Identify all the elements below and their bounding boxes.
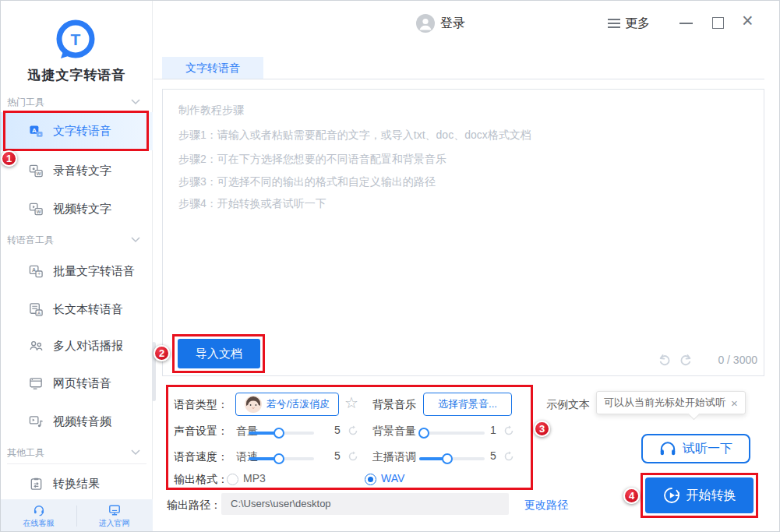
volume-value: 5: [334, 424, 341, 436]
speech-speed-label: 语音速度：: [174, 450, 228, 464]
app-logo-icon: T: [53, 19, 98, 65]
voice-avatar: [245, 396, 262, 413]
import-document-button[interactable]: 导入文档: [178, 339, 260, 368]
volume-slider[interactable]: [249, 428, 314, 439]
close-button[interactable]: ×: [742, 11, 754, 30]
tab-text-to-speech[interactable]: 文字转语音: [162, 57, 263, 79]
svg-text:A: A: [32, 127, 37, 134]
redo-icon[interactable]: [679, 353, 693, 370]
headphones-icon: [659, 441, 676, 456]
sidebar-item-conversion-results[interactable]: 转换结果: [1, 468, 153, 499]
svg-text:W: W: [37, 171, 41, 176]
sidebar-item-label: 网页转语音: [53, 376, 111, 391]
maximize-button[interactable]: [712, 17, 724, 29]
svg-text:T: T: [71, 30, 81, 48]
annotation-badge-3: 3: [534, 421, 550, 437]
bg-volume-label: 背景音量: [372, 425, 416, 439]
chevron-down-icon: [131, 449, 140, 456]
sidebar-item-label: 长文本转语音: [53, 302, 123, 317]
annotation-badge-1: 1: [1, 150, 17, 167]
pitch-slider[interactable]: [419, 453, 485, 464]
output-path-label: 输出路径：: [167, 499, 221, 513]
radio-wav[interactable]: [365, 474, 376, 485]
sidebar-item-label: 视频转文字: [53, 202, 111, 217]
results-icon: [29, 477, 44, 491]
listen-label: 试听一下: [683, 441, 732, 457]
video-to-audio-icon: [29, 414, 44, 429]
chevron-down-icon: [131, 99, 140, 105]
sample-text-label: 示例文本: [546, 398, 590, 412]
online-service-button[interactable]: 在线客服: [1, 499, 76, 532]
batch-tts-icon: A +: [29, 264, 44, 279]
login-button[interactable]: 登录: [440, 16, 465, 32]
speed-value: 5: [334, 449, 341, 462]
sidebar-item-batch-text-to-speech[interactable]: A + 批量文字转语音: [1, 255, 153, 287]
section-label: 其他工具: [7, 446, 44, 460]
chevron-down-icon: [131, 237, 140, 243]
favorite-star-icon[interactable]: ☆: [344, 395, 358, 410]
wav-label[interactable]: WAV: [381, 472, 404, 484]
sound-settings-label: 声音设置：: [174, 425, 228, 439]
tooltip-text: 可以从当前光标处开始试听: [604, 396, 725, 410]
svg-text:+: +: [38, 132, 41, 136]
bg-volume-slider[interactable]: [419, 428, 485, 439]
sidebar-section-other-tools[interactable]: 其他工具: [1, 442, 153, 463]
sidebar-item-label: 多人对话播报: [53, 339, 123, 354]
bgm-select-button[interactable]: 选择背景音...: [423, 393, 512, 416]
sidebar-item-video-to-audio[interactable]: 视频转音频: [1, 406, 153, 437]
sidebar-item-label: 转换结果: [53, 477, 100, 491]
section-label: 热门工具: [7, 96, 44, 109]
speed-slider[interactable]: [249, 453, 314, 464]
editor-placeholder-step: 步骤2：可在下方选择您想要的不同语音配置和背景音乐: [178, 153, 446, 167]
sidebar-item-long-text-to-speech[interactable]: A 长文本转语音: [1, 294, 153, 325]
online-service-label: 在线客服: [23, 518, 55, 529]
speed-reset-icon[interactable]: [348, 451, 358, 465]
voice-value: 若兮/活泼俏皮: [266, 397, 330, 411]
sidebar-section-tts-tools[interactable]: 转语音工具: [1, 229, 153, 251]
editor-placeholder-step: 步骤1：请输入或者粘贴需要配音的文字，或导入txt、doc、docx格式文档: [178, 129, 531, 143]
official-site-button[interactable]: 进入官网: [76, 499, 152, 532]
tooltip-close-icon[interactable]: ×: [731, 397, 738, 409]
headset-icon: [33, 504, 45, 516]
sidebar-item-audio-to-text[interactable]: W 录音转文字: [1, 155, 153, 186]
svg-text:A: A: [37, 310, 41, 315]
undo-icon[interactable]: [658, 353, 672, 370]
mp3-label[interactable]: MP3: [243, 472, 266, 484]
monitor-icon: [108, 504, 121, 516]
sidebar-item-text-to-speech[interactable]: A + 文字转语音: [1, 112, 153, 150]
user-avatar[interactable]: [416, 14, 435, 36]
sidebar-section-hot-tools[interactable]: 热门工具: [1, 91, 153, 113]
output-path-field[interactable]: C:\Users\user\desktop: [221, 493, 509, 515]
sidebar-item-label: 文字转语音: [53, 124, 111, 139]
audio-to-text-icon: W: [29, 164, 44, 178]
change-path-link[interactable]: 更改路径: [524, 499, 568, 513]
svg-text:+: +: [37, 271, 41, 277]
app-title: 迅捷文字转语音: [1, 66, 153, 84]
minimize-button[interactable]: [679, 23, 693, 24]
sidebar-item-webpage-to-speech[interactable]: 网页转语音: [1, 368, 153, 399]
sidebar-item-label: 批量文字转语音: [53, 264, 135, 279]
webpage-tts-icon: [29, 376, 44, 391]
bg-volume-reset-icon[interactable]: [503, 425, 514, 439]
more-button[interactable]: 更多: [625, 16, 650, 32]
volume-reset-icon[interactable]: [348, 425, 358, 439]
official-site-label: 进入官网: [99, 518, 130, 529]
editor-placeholder-title: 制作教程步骤: [178, 104, 244, 118]
more-menu-icon[interactable]: [608, 19, 620, 28]
editor-placeholder-step: 步骤3：可选择不同的输出的格式和自定义输出的路径: [178, 175, 436, 189]
start-convert-button[interactable]: 开始转换: [645, 477, 754, 513]
pitch-reset-icon[interactable]: [503, 451, 514, 465]
voice-select-button[interactable]: 若兮/活泼俏皮: [235, 393, 339, 416]
radio-mp3[interactable]: [227, 474, 238, 485]
video-to-text-icon: W: [29, 202, 44, 217]
bg-volume-value: 1: [490, 424, 496, 436]
sidebar-item-video-to-text[interactable]: W 视频转文字: [1, 193, 153, 224]
listen-preview-button[interactable]: 试听一下: [641, 434, 750, 463]
long-text-tts-icon: A: [29, 302, 44, 317]
output-format-label: 输出格式：: [174, 473, 228, 487]
bgm-label: 背景音乐: [372, 398, 416, 412]
multi-person-icon: [29, 339, 44, 354]
sidebar-item-label: 录音转文字: [53, 164, 111, 178]
sidebar: T 迅捷文字转语音 热门工具 A + 文字转语音 W 录音转文字: [1, 1, 153, 532]
sidebar-item-multi-person-dialog[interactable]: 多人对话播报: [1, 330, 153, 361]
